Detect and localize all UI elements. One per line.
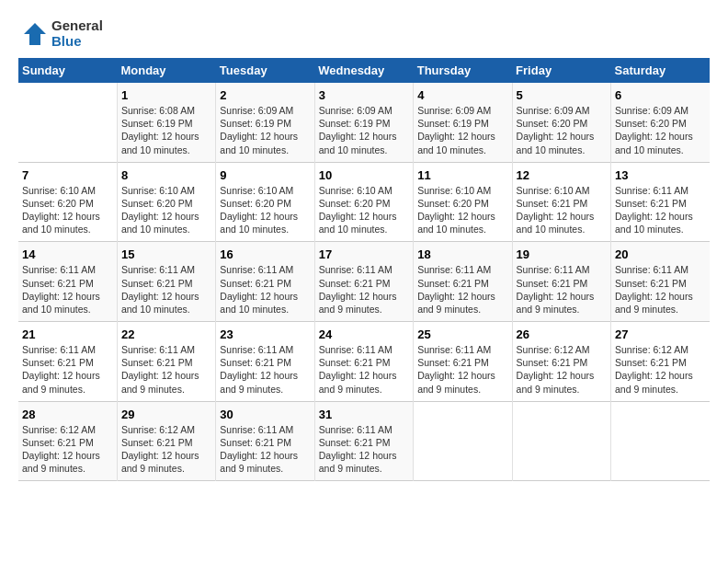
day-number: 12: [517, 168, 607, 182]
calendar-cell: 10Sunrise: 6:10 AMSunset: 6:20 PMDayligh…: [314, 162, 413, 242]
day-info: Sunrise: 6:09 AMSunset: 6:19 PMDaylight:…: [417, 104, 507, 156]
day-number: 20: [615, 247, 706, 261]
week-row-5: 28Sunrise: 6:12 AMSunset: 6:21 PMDayligh…: [18, 401, 710, 481]
calendar-cell: 6Sunrise: 6:09 AMSunset: 6:20 PMDaylight…: [611, 83, 710, 162]
calendar-cell: 3Sunrise: 6:09 AMSunset: 6:19 PMDaylight…: [314, 83, 413, 162]
day-number: 9: [220, 168, 310, 182]
calendar-cell: 23Sunrise: 6:11 AMSunset: 6:21 PMDayligh…: [216, 322, 314, 402]
calendar-cell: 7Sunrise: 6:10 AMSunset: 6:20 PMDaylight…: [18, 162, 117, 242]
header-day-thursday: Thursday: [414, 58, 512, 83]
day-info: Sunrise: 6:11 AMSunset: 6:21 PMDaylight:…: [220, 423, 310, 476]
day-number: 16: [220, 247, 310, 261]
logo: General Blue: [18, 18, 103, 49]
header-day-saturday: Saturday: [611, 58, 710, 83]
calendar-cell: [512, 401, 610, 481]
day-number: 30: [220, 408, 310, 421]
week-row-4: 21Sunrise: 6:11 AMSunset: 6:21 PMDayligh…: [18, 322, 710, 402]
header-day-monday: Monday: [117, 58, 215, 83]
calendar-cell: 4Sunrise: 6:09 AMSunset: 6:19 PMDaylight…: [414, 83, 512, 162]
day-number: 8: [121, 168, 211, 182]
header-day-sunday: Sunday: [18, 58, 117, 83]
day-number: 31: [319, 408, 409, 421]
day-info: Sunrise: 6:12 AMSunset: 6:21 PMDaylight:…: [615, 343, 706, 396]
day-info: Sunrise: 6:11 AMSunset: 6:21 PMDaylight:…: [121, 343, 211, 396]
calendar-cell: 31Sunrise: 6:11 AMSunset: 6:21 PMDayligh…: [314, 401, 413, 481]
day-number: 19: [517, 247, 607, 261]
header-day-friday: Friday: [512, 58, 610, 83]
calendar-cell: 29Sunrise: 6:12 AMSunset: 6:21 PMDayligh…: [117, 401, 215, 481]
day-number: 29: [121, 408, 211, 421]
svg-marker-0: [24, 23, 46, 45]
header-day-wednesday: Wednesday: [314, 58, 413, 83]
day-number: 4: [417, 88, 507, 102]
day-number: 26: [517, 327, 607, 341]
day-info: Sunrise: 6:11 AMSunset: 6:21 PMDaylight:…: [417, 343, 507, 396]
day-number: 23: [220, 327, 310, 341]
day-info: Sunrise: 6:09 AMSunset: 6:19 PMDaylight:…: [319, 104, 409, 156]
week-row-1: 1Sunrise: 6:08 AMSunset: 6:19 PMDaylight…: [18, 83, 710, 162]
week-row-3: 14Sunrise: 6:11 AMSunset: 6:21 PMDayligh…: [18, 242, 710, 322]
day-info: Sunrise: 6:11 AMSunset: 6:21 PMDaylight:…: [319, 423, 409, 476]
calendar-cell: 22Sunrise: 6:11 AMSunset: 6:21 PMDayligh…: [117, 322, 215, 402]
calendar-cell: [414, 401, 512, 481]
calendar-cell: 12Sunrise: 6:10 AMSunset: 6:21 PMDayligh…: [512, 162, 610, 242]
day-number: 5: [517, 88, 607, 102]
calendar-cell: 1Sunrise: 6:08 AMSunset: 6:19 PMDaylight…: [117, 83, 215, 162]
day-number: 21: [22, 327, 113, 341]
day-info: Sunrise: 6:10 AMSunset: 6:20 PMDaylight:…: [22, 184, 113, 236]
day-info: Sunrise: 6:11 AMSunset: 6:21 PMDaylight:…: [517, 263, 607, 316]
day-number: 24: [319, 327, 409, 341]
day-info: Sunrise: 6:10 AMSunset: 6:21 PMDaylight:…: [517, 184, 607, 236]
calendar-cell: 25Sunrise: 6:11 AMSunset: 6:21 PMDayligh…: [414, 322, 512, 402]
day-info: Sunrise: 6:11 AMSunset: 6:21 PMDaylight:…: [22, 343, 113, 396]
page-header: General Blue: [18, 18, 710, 49]
calendar-cell: 15Sunrise: 6:11 AMSunset: 6:21 PMDayligh…: [117, 242, 215, 322]
day-info: Sunrise: 6:11 AMSunset: 6:21 PMDaylight:…: [615, 263, 706, 316]
logo-container: General Blue: [18, 18, 103, 49]
day-number: 7: [22, 168, 113, 182]
day-number: 15: [121, 247, 211, 261]
calendar-cell: 13Sunrise: 6:11 AMSunset: 6:21 PMDayligh…: [611, 162, 710, 242]
day-info: Sunrise: 6:11 AMSunset: 6:21 PMDaylight:…: [220, 263, 310, 316]
calendar-cell: 18Sunrise: 6:11 AMSunset: 6:21 PMDayligh…: [414, 242, 512, 322]
day-info: Sunrise: 6:09 AMSunset: 6:19 PMDaylight:…: [220, 104, 310, 156]
calendar-cell: [18, 83, 117, 162]
day-info: Sunrise: 6:10 AMSunset: 6:20 PMDaylight:…: [220, 184, 310, 236]
day-info: Sunrise: 6:11 AMSunset: 6:21 PMDaylight:…: [319, 263, 409, 316]
week-row-2: 7Sunrise: 6:10 AMSunset: 6:20 PMDaylight…: [18, 162, 710, 242]
calendar-cell: 20Sunrise: 6:11 AMSunset: 6:21 PMDayligh…: [611, 242, 710, 322]
header-day-tuesday: Tuesday: [216, 58, 314, 83]
day-number: 2: [220, 88, 310, 102]
calendar-cell: 5Sunrise: 6:09 AMSunset: 6:20 PMDaylight…: [512, 83, 610, 162]
calendar-cell: 14Sunrise: 6:11 AMSunset: 6:21 PMDayligh…: [18, 242, 117, 322]
calendar-cell: 28Sunrise: 6:12 AMSunset: 6:21 PMDayligh…: [18, 401, 117, 481]
day-number: 22: [121, 327, 211, 341]
day-info: Sunrise: 6:11 AMSunset: 6:21 PMDaylight:…: [121, 263, 211, 316]
day-info: Sunrise: 6:11 AMSunset: 6:21 PMDaylight:…: [319, 343, 409, 396]
logo-bird-icon: [18, 21, 48, 47]
day-info: Sunrise: 6:12 AMSunset: 6:21 PMDaylight:…: [517, 343, 607, 396]
day-number: 25: [417, 327, 507, 341]
day-info: Sunrise: 6:11 AMSunset: 6:21 PMDaylight:…: [22, 263, 113, 316]
day-number: 10: [319, 168, 409, 182]
day-info: Sunrise: 6:11 AMSunset: 6:21 PMDaylight:…: [417, 263, 507, 316]
calendar-cell: 2Sunrise: 6:09 AMSunset: 6:19 PMDaylight…: [216, 83, 314, 162]
calendar-cell: 27Sunrise: 6:12 AMSunset: 6:21 PMDayligh…: [611, 322, 710, 402]
day-number: 1: [121, 88, 211, 102]
day-number: 6: [615, 88, 706, 102]
day-info: Sunrise: 6:10 AMSunset: 6:20 PMDaylight:…: [319, 184, 409, 236]
calendar-cell: 26Sunrise: 6:12 AMSunset: 6:21 PMDayligh…: [512, 322, 610, 402]
day-info: Sunrise: 6:10 AMSunset: 6:20 PMDaylight:…: [121, 184, 211, 236]
day-number: 28: [22, 408, 113, 421]
calendar-cell: 16Sunrise: 6:11 AMSunset: 6:21 PMDayligh…: [216, 242, 314, 322]
day-number: 11: [417, 168, 507, 182]
logo-blue: Blue: [51, 34, 103, 50]
calendar-cell: 9Sunrise: 6:10 AMSunset: 6:20 PMDaylight…: [216, 162, 314, 242]
calendar-cell: 11Sunrise: 6:10 AMSunset: 6:20 PMDayligh…: [414, 162, 512, 242]
day-number: 3: [319, 88, 409, 102]
day-info: Sunrise: 6:11 AMSunset: 6:21 PMDaylight:…: [220, 343, 310, 396]
calendar-cell: [611, 401, 710, 481]
calendar-cell: 24Sunrise: 6:11 AMSunset: 6:21 PMDayligh…: [314, 322, 413, 402]
day-info: Sunrise: 6:10 AMSunset: 6:20 PMDaylight:…: [417, 184, 507, 236]
day-number: 18: [417, 247, 507, 261]
